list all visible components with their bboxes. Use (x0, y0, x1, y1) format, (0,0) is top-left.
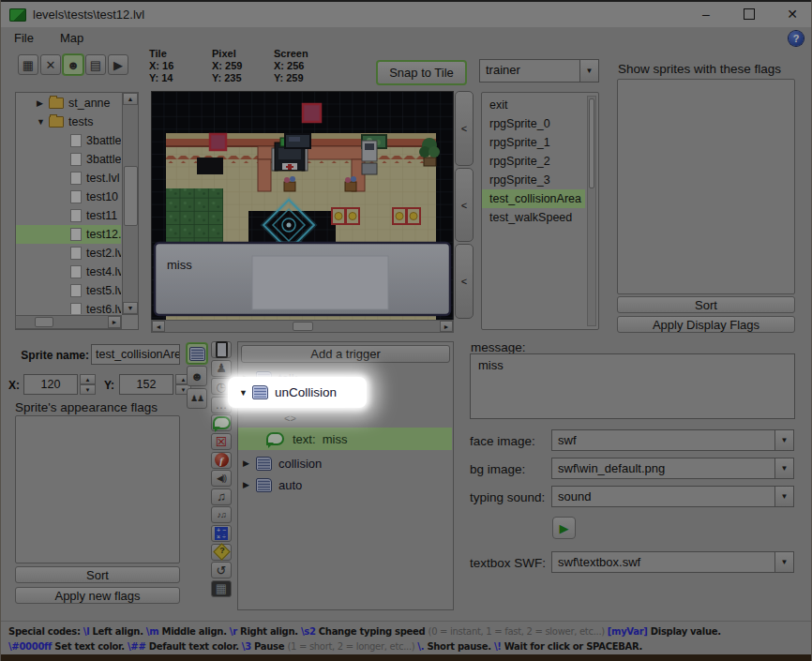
sprite-list-item[interactable]: exit (482, 96, 585, 114)
tree-item[interactable]: test12.lvl (16, 225, 121, 244)
trigger-marker[interactable]: <> (284, 411, 296, 426)
music-notes-icon[interactable]: ♪♫ (211, 506, 232, 523)
tree-item[interactable]: test5.lvl (16, 281, 121, 300)
speech-bubble-icon[interactable] (211, 414, 232, 431)
speaker-icon[interactable]: ◀)) (211, 470, 232, 487)
scroll-up-icon[interactable]: ▲ (123, 93, 138, 105)
tree-item[interactable]: test11 (16, 206, 121, 225)
question-icon[interactable] (211, 544, 232, 561)
map-horizontal-scrollbar[interactable]: ◄ ► (151, 320, 454, 333)
expander-icon[interactable]: ▶ (243, 458, 256, 468)
trigger-action-text-row[interactable]: text: miss (238, 428, 452, 450)
math-icon[interactable] (211, 525, 232, 542)
sprite-list-item[interactable]: rpgSprite_1 (482, 133, 585, 152)
trigger-row-uncollision-spotlight[interactable]: ▼ unCollision (228, 377, 367, 408)
play-sound-button[interactable]: ▶ (552, 517, 576, 539)
x-input[interactable]: 120 (23, 374, 78, 395)
tile-grid-tool-icon[interactable]: ▦ (18, 54, 38, 75)
map-pan-left-button-2[interactable]: < (455, 168, 474, 242)
snap-to-tile-button[interactable]: Snap to Tile (376, 60, 467, 85)
maximize-button[interactable] (730, 2, 768, 25)
sprite-face-icon[interactable]: ☻ (187, 366, 207, 386)
scrollbar-thumb[interactable] (35, 317, 53, 327)
scrollbar-thumb[interactable] (589, 98, 594, 188)
appearance-flags-box[interactable] (15, 415, 180, 563)
loop-icon[interactable]: ↺ (211, 562, 232, 578)
close-button[interactable]: ✕ (774, 2, 811, 25)
tree-item[interactable]: test10 (16, 188, 121, 206)
scrollbar-thumb[interactable] (124, 166, 138, 226)
sprite-name-input[interactable]: test_collisionArea (91, 344, 180, 365)
map-viewport[interactable]: miss (151, 91, 454, 321)
stamp-tool-icon[interactable]: ✕ (40, 54, 61, 75)
trigger-row-collision[interactable]: ▶ collision (243, 453, 322, 473)
apply-new-flags-button[interactable]: Apply new flags (15, 587, 180, 604)
scroll-icon (256, 457, 272, 471)
menu-item[interactable]: Map (47, 31, 97, 45)
chevron-down-icon[interactable]: ▼ (774, 430, 793, 450)
textbox-swf-dropdown[interactable]: swf\textbox.swf ▼ (551, 551, 794, 573)
flags-sort-button[interactable]: Sort (617, 296, 795, 313)
sprite-list-item[interactable]: rpgSprite_0 (482, 114, 585, 133)
tree-item[interactable]: test4.lvl (16, 263, 121, 281)
step-down-icon[interactable]: ▼ (80, 384, 96, 395)
scroll-down-icon[interactable]: ▼ (123, 302, 138, 314)
scroll-trigger-icon[interactable] (187, 343, 207, 364)
menu-item[interactable]: File (1, 31, 47, 45)
minimize-button[interactable]: – (687, 2, 725, 25)
map-pan-left-button-1[interactable]: < (455, 91, 474, 166)
y-input[interactable]: 152 (119, 374, 173, 395)
sprite-list-item[interactable]: rpgSprite_3 (482, 171, 585, 189)
walker-icon[interactable]: ♟ (211, 360, 232, 377)
tree-item[interactable]: 3battle (16, 150, 121, 169)
scrollbar-thumb[interactable] (293, 322, 313, 331)
expander-icon[interactable]: ▶ (243, 480, 256, 489)
map-pan-left-button-3[interactable]: < (455, 244, 474, 319)
sprite-list-item[interactable]: test_collisionArea (482, 189, 585, 208)
face-image-dropdown[interactable]: swf ▼ (551, 429, 794, 451)
phone-icon[interactable] (211, 341, 232, 358)
trigger-row-auto[interactable]: ▶ auto (243, 474, 302, 495)
tree-item[interactable]: test6.lvl (16, 300, 121, 314)
delete-x-icon[interactable]: ☒ (211, 433, 232, 450)
chevron-down-icon[interactable]: ▼ (774, 487, 793, 506)
x-stepper[interactable]: ▲ ▼ (80, 374, 96, 395)
expander-icon[interactable]: ▶ (37, 98, 49, 108)
chevron-down-icon[interactable]: ▼ (774, 552, 793, 572)
expander-icon[interactable]: ▼ (239, 388, 252, 398)
help-icon[interactable]: ? (789, 31, 804, 46)
message-textarea[interactable]: miss (470, 353, 795, 419)
music-note-icon[interactable]: ♫ (211, 488, 232, 505)
scroll-right-icon[interactable]: ► (440, 321, 453, 332)
chevron-down-icon[interactable]: ▼ (579, 60, 598, 82)
appearance-sort-button[interactable]: Sort (15, 566, 180, 583)
expander-icon[interactable]: ▼ (37, 117, 49, 127)
step-up-icon[interactable]: ▲ (80, 374, 96, 384)
tree-item[interactable]: ▶ st_anne (16, 94, 121, 113)
scroll-right-icon[interactable]: ► (108, 316, 121, 328)
add-trigger-button[interactable]: Add a trigger (241, 345, 450, 363)
walkers-icon[interactable]: ♟♟ (187, 388, 207, 409)
flash-icon[interactable] (211, 452, 232, 469)
chevron-down-icon[interactable]: ▼ (774, 458, 793, 478)
apply-display-flags-button[interactable]: Apply Display Flags (617, 316, 795, 333)
dark-grid-icon[interactable]: ▦ (211, 580, 232, 597)
tree-horizontal-scrollbar[interactable]: ► (15, 315, 122, 329)
bg-image-dropdown[interactable]: swf\win_default.png ▼ (551, 458, 794, 479)
play-tool-icon[interactable]: ▶ (108, 54, 128, 75)
sprite-type-dropdown[interactable]: trainer ▼ (479, 59, 599, 83)
list-tool-icon[interactable]: ▤ (85, 54, 106, 75)
sprite-list-scrollbar[interactable] (587, 96, 596, 326)
sprite-list-item[interactable]: rpgSprite_2 (482, 152, 585, 171)
sprite-tool-icon[interactable]: ☻ (63, 54, 83, 75)
tree-item[interactable]: ▼ tests (16, 113, 121, 131)
typing-sound-dropdown[interactable]: sound ▼ (551, 486, 794, 507)
tree-item[interactable]: 3battle (16, 131, 121, 150)
scroll-left-icon[interactable]: ◄ (152, 321, 165, 332)
display-flags-box[interactable] (617, 79, 795, 294)
tree-vertical-scrollbar[interactable]: ▲ ▼ (122, 92, 139, 315)
sprite-list-item[interactable]: test_walkSpeed (482, 208, 585, 227)
tree-item[interactable]: test2.lvl (16, 244, 121, 263)
tree-item[interactable]: test.lvl (16, 169, 121, 188)
status-bar: Special codes: \l Left align. \m Middle … (1, 621, 812, 654)
